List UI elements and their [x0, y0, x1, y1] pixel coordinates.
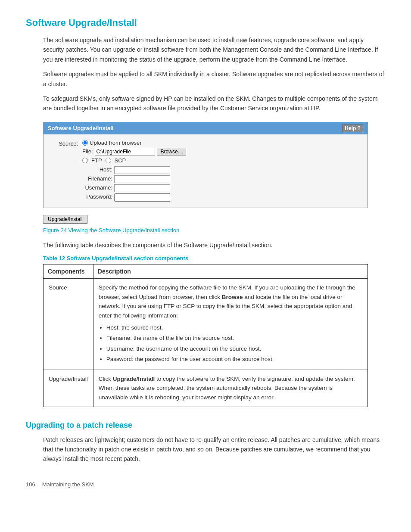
- widget-body: Source: Upload from browser File: Browse…: [44, 134, 367, 208]
- description-upgrade: Click Upgrade/Install to copy the softwa…: [93, 370, 367, 407]
- components-table: Components Description Source Specify th…: [43, 264, 368, 407]
- scp-label: SCP: [115, 157, 126, 164]
- upload-browser-row: Upload from browser: [82, 140, 186, 146]
- host-label: Host:: [82, 166, 112, 174]
- component-upgrade: Upgrade/Install: [44, 370, 93, 407]
- footer-text: Maintaining the SKM: [42, 481, 94, 488]
- col-header-components: Components: [44, 264, 93, 279]
- file-label: File:: [82, 148, 93, 155]
- bullet-filename: Filename: the name of the file on the so…: [106, 333, 362, 343]
- ftp-label: FTP: [91, 157, 102, 164]
- scp-radio[interactable]: [106, 158, 111, 163]
- figure-caption: Figure 24 Viewing the Software Upgrade/I…: [43, 227, 368, 233]
- username-label: Username:: [82, 184, 112, 192]
- widget-header: Software Upgrade/Install Help ?: [44, 122, 367, 134]
- page-number: 106: [26, 481, 35, 488]
- section2-para: Patch releases are lightweight; customer…: [43, 435, 385, 464]
- col-header-description: Description: [93, 264, 367, 279]
- ftp-scp-row: FTP SCP: [82, 157, 186, 164]
- table-row: Source Specify the method for copying th…: [44, 279, 368, 370]
- filename-input[interactable]: [114, 175, 170, 183]
- username-input[interactable]: [114, 184, 170, 192]
- file-input[interactable]: [95, 148, 155, 156]
- page-title: Software Upgrade/Install: [26, 17, 385, 28]
- form-section: Source: Upload from browser File: Browse…: [52, 140, 359, 202]
- intro-para-1: The software upgrade and installation me…: [43, 35, 385, 64]
- component-source: Source: [44, 279, 93, 370]
- table-row: Upgrade/Install Click Upgrade/Install to…: [44, 370, 368, 407]
- widget-title: Software Upgrade/Install: [48, 125, 113, 131]
- file-row: File: Browse...: [82, 148, 186, 156]
- filename-label: Filename:: [82, 175, 112, 183]
- bullet-host: Host: the source host.: [106, 323, 362, 333]
- source-bullets: Host: the source host. Filename: the nam…: [106, 323, 362, 364]
- help-button[interactable]: Help ?: [342, 124, 363, 132]
- browse-button[interactable]: Browse...: [157, 148, 186, 156]
- table-caption: Table 12 Software Upgrade/Install sectio…: [43, 255, 368, 261]
- form-fields: Upload from browser File: Browse... FTP …: [82, 140, 186, 202]
- upload-browser-radio[interactable]: [82, 140, 88, 146]
- section2-title: Upgrading to a patch release: [26, 421, 385, 430]
- upload-browser-label: Upload from browser: [90, 140, 142, 146]
- software-upgrade-widget: Software Upgrade/Install Help ? Source: …: [43, 122, 368, 208]
- bullet-username: Username: the username of the account on…: [106, 344, 362, 354]
- host-input[interactable]: [114, 166, 170, 174]
- table-desc: The following table describes the compon…: [43, 240, 368, 250]
- upgrade-install-button[interactable]: Upgrade/Install: [43, 215, 87, 224]
- intro-para-2: Software upgrades must be applied to all…: [43, 69, 385, 89]
- page-footer: 106 Maintaining the SKM: [26, 481, 385, 488]
- password-input[interactable]: [114, 193, 170, 202]
- source-label: Source:: [52, 140, 78, 147]
- password-label: Password:: [82, 193, 112, 202]
- description-source: Specify the method for copying the softw…: [93, 279, 367, 370]
- sub-fields: Host: Filename: Username: Password:: [82, 166, 186, 202]
- bullet-password: Password: the password for the user acco…: [106, 355, 362, 364]
- intro-para-3: To safeguard SKMs, only software signed …: [43, 94, 385, 113]
- ftp-radio[interactable]: [82, 158, 88, 163]
